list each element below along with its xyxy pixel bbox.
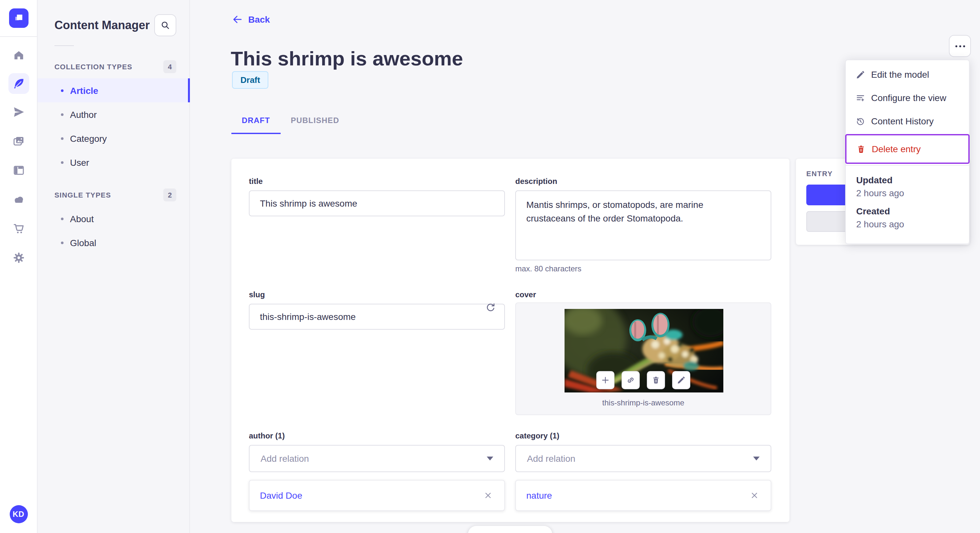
menu-item-configure-the-view[interactable]: Configure the view — [846, 86, 969, 109]
sidebar-item-category[interactable]: Category — [37, 126, 189, 150]
created-value: 2 hours ago — [856, 219, 959, 229]
bullet-icon — [61, 217, 64, 220]
cart-icon[interactable] — [4, 217, 33, 240]
category-select-placeholder: Add relation — [527, 453, 575, 464]
menu-item-delete-entry[interactable]: Delete entry — [846, 137, 968, 160]
strapi-logo[interactable] — [9, 8, 28, 28]
author-field-label: author (1) — [249, 431, 505, 440]
menu-item-label: Delete entry — [872, 144, 921, 154]
layout-icon[interactable] — [4, 159, 33, 181]
remove-relation-button[interactable] — [749, 490, 760, 501]
menu-item-highlight-box: Delete entry — [845, 134, 970, 164]
bullet-icon — [61, 241, 64, 244]
chevron-down-icon — [753, 457, 760, 460]
relation-link-nature[interactable]: nature — [526, 490, 552, 501]
sidebar-title: Content Manager — [54, 19, 150, 32]
search-icon — [160, 20, 170, 30]
back-link[interactable]: Back — [231, 14, 270, 25]
main-navigation: KD — [0, 0, 38, 533]
single-types-count-badge: 2 — [163, 189, 176, 201]
entry-form-card: title description Mantis shrimps, or sto… — [231, 159, 789, 522]
bullet-icon — [61, 137, 64, 140]
sidebar-item-label: Category — [70, 133, 107, 143]
cover-filename: this-shrimp-is-awesome — [516, 398, 771, 408]
link-icon — [626, 376, 635, 385]
author-relation-select[interactable]: Add relation — [249, 445, 505, 472]
app-root: KD Content Manager COLLECTION TYPES 4 Ar… — [0, 0, 980, 533]
sidebar-item-global[interactable]: Global — [37, 230, 189, 254]
created-label: Created — [856, 206, 959, 216]
sidebar-item-user[interactable]: User — [37, 150, 189, 174]
updated-value: 2 hours ago — [856, 188, 959, 198]
menu-item-content-history[interactable]: Content History — [846, 109, 969, 133]
description-value: Mantis shrimps, or stomatopods, are mari… — [526, 198, 740, 225]
search-button[interactable] — [154, 14, 176, 36]
sidebar-item-label: Article — [70, 85, 98, 95]
strapi-logo-glyph — [12, 12, 25, 25]
close-icon — [750, 491, 759, 500]
bullet-icon — [61, 161, 64, 163]
bullet-icon — [61, 89, 64, 92]
tab-published[interactable]: PUBLISHED — [280, 108, 350, 133]
content-manager-sidebar: Content Manager COLLECTION TYPES 4 Artic… — [37, 0, 190, 533]
category-relation-select[interactable]: Add relation — [515, 445, 771, 472]
gear-icon[interactable] — [4, 247, 33, 269]
updated-label: Updated — [856, 175, 959, 185]
menu-item-label: Content History — [871, 116, 934, 126]
slug-input[interactable] — [249, 304, 505, 330]
title-input[interactable] — [249, 190, 505, 216]
paper-plane-icon[interactable] — [4, 101, 33, 123]
floating-pill[interactable] — [468, 526, 552, 533]
user-avatar[interactable]: KD — [10, 505, 27, 523]
sidebar-item-article[interactable]: Article — [37, 78, 189, 102]
ellipsis-icon — [955, 45, 957, 47]
refresh-icon[interactable] — [484, 301, 497, 314]
slug-field-label: slug — [249, 290, 505, 299]
list-plus-icon — [855, 93, 865, 103]
sidebar-item-about[interactable]: About — [37, 206, 189, 230]
single-types-list: About Global — [37, 206, 189, 254]
close-icon — [484, 491, 493, 500]
bullet-icon — [61, 113, 64, 116]
author-select-placeholder: Add relation — [261, 453, 309, 464]
trash-icon — [651, 376, 660, 385]
author-relation-item: David Doe — [249, 480, 505, 511]
history-icon — [855, 116, 865, 126]
menu-item-edit-the-model[interactable]: Edit the model — [846, 63, 969, 86]
cover-actions — [516, 371, 771, 389]
plus-icon — [601, 376, 610, 385]
copy-link-button[interactable] — [622, 371, 640, 389]
more-actions-button[interactable] — [949, 35, 971, 57]
feather-icon — [12, 77, 25, 90]
status-badge: Draft — [232, 71, 269, 89]
content-manager-icon[interactable] — [8, 73, 29, 94]
sidebar-item-author[interactable]: Author — [37, 102, 189, 126]
remove-relation-button[interactable] — [482, 490, 494, 501]
description-textarea[interactable]: Mantis shrimps, or stomatopods, are mari… — [515, 190, 771, 260]
menu-item-label: Edit the model — [871, 69, 929, 80]
entry-meta: Updated 2 hours ago Created 2 hours ago — [846, 166, 969, 244]
main-content: Back This shrimp is awesome Draft DRAFT … — [189, 0, 980, 533]
collection-types-label: COLLECTION TYPES — [54, 63, 132, 71]
cover-field-label: cover — [515, 290, 771, 299]
page-title: This shrimp is awesome — [231, 47, 463, 71]
tab-draft[interactable]: DRAFT — [231, 108, 280, 133]
single-types-label: SINGLE TYPES — [54, 191, 111, 199]
description-field-label: description — [515, 177, 771, 186]
cloud-icon[interactable] — [4, 189, 33, 211]
media-images-icon[interactable] — [4, 130, 33, 152]
menu-item-label: Configure the view — [871, 93, 946, 103]
category-field-label: category (1) — [515, 431, 771, 440]
home-icon[interactable] — [4, 44, 33, 66]
version-tabs: DRAFT PUBLISHED — [231, 108, 350, 133]
add-asset-button[interactable] — [596, 371, 614, 389]
relation-link-david-doe[interactable]: David Doe — [260, 490, 302, 501]
pencil-icon — [855, 69, 865, 80]
cover-asset-box: this-shrimp-is-awesome — [515, 303, 771, 415]
edit-asset-button[interactable] — [672, 371, 690, 389]
chevron-down-icon — [487, 457, 493, 460]
delete-asset-button[interactable] — [647, 371, 665, 389]
entry-panel-title: ENTRY — [806, 170, 833, 178]
collection-types-count-badge: 4 — [163, 60, 176, 73]
title-field-label: title — [249, 177, 505, 186]
